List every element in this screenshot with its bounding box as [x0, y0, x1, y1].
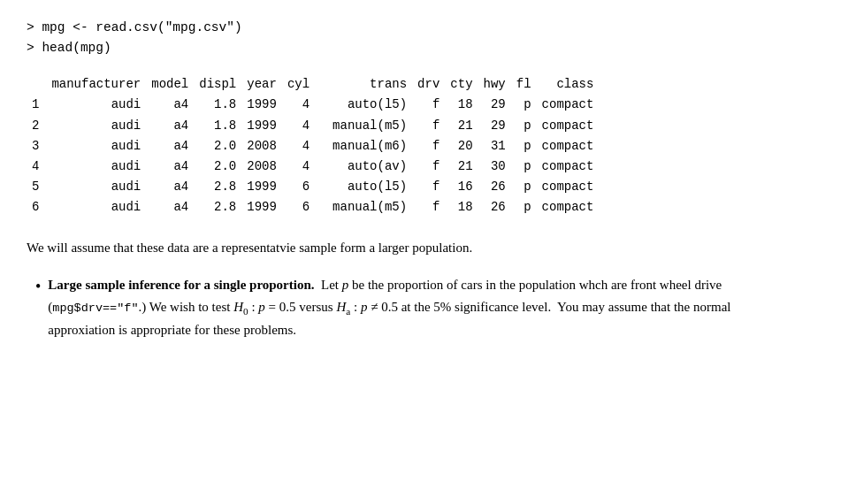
col-header-class: class [537, 74, 600, 95]
table-cell-1-9: 29 [478, 116, 511, 136]
table-cell-1-10: p [511, 116, 537, 136]
table-cell-4-10: p [511, 177, 537, 197]
table-cell-0-4: 1999 [241, 95, 282, 115]
table-cell-0-0: 1 [27, 95, 46, 115]
table-cell-4-7: f [412, 177, 445, 197]
ha-subscript: a [346, 306, 350, 317]
code-line-2: head(mpg) [27, 38, 829, 58]
table-cell-1-4: 1999 [241, 116, 282, 136]
table-cell-5-0: 6 [27, 197, 46, 218]
table-cell-5-2: a4 [146, 197, 194, 218]
code-text-2: head(mpg) [42, 41, 111, 55]
table-cell-2-0: 3 [27, 136, 46, 157]
table-cell-5-8: 18 [445, 197, 478, 218]
table-cell-0-1: audi [46, 95, 146, 115]
table-cell-3-11: compact [537, 157, 600, 177]
table-cell-0-2: a4 [146, 95, 194, 115]
table-cell-2-9: 31 [478, 136, 511, 157]
table-cell-1-11: compact [537, 116, 600, 136]
table-cell-5-11: compact [537, 197, 600, 218]
table-row: 5audia42.819996auto(l5)f1626pcompact [27, 177, 599, 197]
p-symbol-1: p [342, 278, 349, 292]
h0-subscript: 0 [243, 306, 248, 317]
table-cell-2-5: 4 [282, 136, 315, 157]
table-cell-2-7: f [412, 136, 445, 157]
table-cell-1-1: audi [46, 116, 146, 136]
table-cell-5-9: 26 [478, 197, 511, 218]
table-cell-5-4: 1999 [241, 197, 282, 218]
table-cell-3-4: 2008 [241, 157, 282, 177]
table-cell-4-9: 26 [478, 177, 511, 197]
table-cell-5-6: manual(m5) [315, 197, 412, 218]
table-cell-1-3: 1.8 [194, 116, 241, 136]
table-cell-0-6: auto(l5) [315, 95, 412, 115]
table-cell-3-6: auto(av) [315, 157, 412, 177]
table-cell-3-5: 4 [282, 157, 315, 177]
table-cell-3-8: 21 [445, 157, 478, 177]
code-block: mpg <- read.csv("mpg.csv") head(mpg) [27, 18, 829, 58]
table-cell-0-8: 18 [445, 95, 478, 115]
col-header-cty: cty [445, 74, 478, 95]
ha-symbol: H [336, 300, 346, 314]
table-cell-4-3: 2.8 [194, 177, 241, 197]
col-header-manufacturer: manufacturer [46, 74, 146, 95]
bullet-item-1: • Large sample inference for a single pr… [35, 274, 787, 341]
table-cell-2-8: 20 [445, 136, 478, 157]
table-cell-0-3: 1.8 [194, 95, 241, 115]
table-cell-4-2: a4 [146, 177, 194, 197]
table-cell-3-2: a4 [146, 157, 194, 177]
code-line-1: mpg <- read.csv("mpg.csv") [27, 18, 829, 38]
code-drv: mpg$drv=="f" [52, 302, 138, 315]
table-cell-2-10: p [511, 136, 537, 157]
table-cell-2-1: audi [46, 136, 146, 157]
table-cell-3-10: p [511, 157, 537, 177]
table-cell-3-0: 4 [27, 157, 46, 177]
table-cell-5-5: 6 [282, 197, 315, 218]
table-cell-1-6: manual(m5) [315, 116, 412, 136]
table-row: 4audia42.020084auto(av)f2130pcompact [27, 157, 599, 177]
table-cell-2-2: a4 [146, 136, 194, 157]
col-header-fl: fl [511, 74, 537, 95]
table-cell-1-7: f [412, 116, 445, 136]
table-cell-2-4: 2008 [241, 136, 282, 157]
table-cell-2-3: 2.0 [194, 136, 241, 157]
table-cell-4-4: 1999 [241, 177, 282, 197]
table-cell-5-3: 2.8 [194, 197, 241, 218]
table-cell-0-7: f [412, 95, 445, 115]
table-cell-3-3: 2.0 [194, 157, 241, 177]
col-header-drv: drv [412, 74, 445, 95]
col-header-model: model [146, 74, 194, 95]
table-cell-4-5: 6 [282, 177, 315, 197]
table-cell-5-10: p [511, 197, 537, 218]
bullet-dot: • [35, 276, 41, 298]
table-cell-0-10: p [511, 95, 537, 115]
code-text-1: mpg <- read.csv("mpg.csv") [42, 20, 241, 34]
col-header-trans: trans [315, 74, 412, 95]
col-header-displ: displ [194, 74, 241, 95]
table-row: 2audia41.819994manual(m5)f2129pcompact [27, 116, 599, 136]
table-cell-5-7: f [412, 197, 445, 218]
table-cell-1-8: 21 [445, 116, 478, 136]
bullet-title: Large sample inference for a single prop… [48, 278, 314, 292]
table-cell-2-6: manual(m6) [315, 136, 412, 157]
table-cell-1-5: 4 [282, 116, 315, 136]
p-symbol-3: p [361, 300, 368, 314]
col-header-cyl: cyl [282, 74, 315, 95]
table-cell-0-5: 4 [282, 95, 315, 115]
h0-symbol: H [233, 300, 243, 314]
table-cell-4-8: 16 [445, 177, 478, 197]
bullet-content: Large sample inference for a single prop… [48, 274, 787, 341]
p-symbol-2: p [258, 300, 265, 314]
data-table: manufacturer model displ year cyl trans … [27, 74, 599, 218]
table-cell-0-9: 29 [478, 95, 511, 115]
bullet-list: • Large sample inference for a single pr… [27, 274, 829, 341]
table-cell-3-9: 30 [478, 157, 511, 177]
table-cell-4-1: audi [46, 177, 146, 197]
table-cell-4-0: 5 [27, 177, 46, 197]
col-header-year: year [241, 74, 282, 95]
table-cell-4-6: auto(l5) [315, 177, 412, 197]
table-cell-2-11: compact [537, 136, 600, 157]
table-cell-1-2: a4 [146, 116, 194, 136]
table-cell-5-1: audi [46, 197, 146, 218]
table-cell-1-0: 2 [27, 116, 46, 136]
